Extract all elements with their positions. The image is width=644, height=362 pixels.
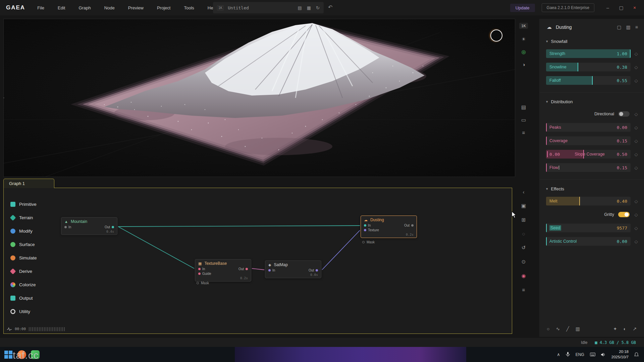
slope-coverage-range-slider[interactable]: 0.00 Slope Coverage 0.50: [546, 150, 631, 159]
port-texture[interactable]: Texture: [364, 228, 379, 232]
menu-edit[interactable]: Edit: [58, 5, 65, 10]
graph-menu-icon[interactable]: ≡: [522, 287, 525, 293]
port-diamond-icon[interactable]: ◇: [634, 65, 639, 70]
titlebar: GAEA File Edit Graph Node Preview Projec…: [0, 0, 644, 15]
save-as-icon[interactable]: ▦: [307, 5, 311, 10]
chevron-down-icon[interactable]: ▾: [546, 39, 548, 44]
keyboard-icon[interactable]: [590, 353, 595, 356]
port-diamond-icon[interactable]: ◇: [634, 165, 639, 170]
duplicate-icon[interactable]: ▣: [521, 203, 526, 209]
microphone-icon[interactable]: [566, 352, 570, 357]
start-button[interactable]: [4, 350, 13, 359]
exposure-icon[interactable]: ☀: [521, 36, 526, 42]
port-guide[interactable]: Guide: [198, 272, 211, 276]
port-diamond-icon[interactable]: ◇: [634, 239, 639, 244]
refresh-icon[interactable]: ↺: [522, 245, 526, 251]
port-diamond-icon[interactable]: ◇: [634, 125, 639, 130]
minimize-button[interactable]: –: [601, 5, 614, 10]
port-out[interactable]: Out: [238, 267, 248, 271]
dusting-node-icon: ☁: [547, 24, 552, 30]
terrain-viewport[interactable]: [3, 19, 515, 177]
port-out[interactable]: Out: [309, 268, 318, 273]
sliders-icon[interactable]: ▥: [576, 326, 580, 331]
measure-icon[interactable]: ▭: [521, 117, 526, 123]
gritty-toggle[interactable]: [618, 212, 630, 217]
pin-panel-icon[interactable]: ▢: [617, 24, 621, 30]
menu-node[interactable]: Node: [104, 5, 115, 10]
graph-timeline[interactable]: 00:00: [7, 327, 66, 331]
dusting-mask-port[interactable]: Mask: [362, 240, 375, 244]
node-mountain[interactable]: ▲ Mountain In Out 0.4s: [61, 217, 117, 235]
menu-graph[interactable]: Graph: [78, 5, 91, 10]
seed-field[interactable]: Seed 9577: [546, 224, 631, 232]
viewport-resolution-badge[interactable]: 1K: [519, 23, 528, 29]
graph-tab[interactable]: Graph 1: [3, 179, 54, 188]
expand-icon[interactable]: ↗: [633, 326, 637, 331]
texturebase-mask-port[interactable]: Mask: [197, 281, 209, 285]
save-icon[interactable]: ▤: [298, 5, 302, 10]
port-diamond-icon[interactable]: ◇: [634, 51, 639, 56]
port-diamond-icon[interactable]: ◇: [634, 138, 639, 143]
document-tab[interactable]: 1K Untitled ▤ ▦ ↻: [213, 2, 324, 13]
port-diamond-icon[interactable]: ◇: [634, 226, 639, 231]
range-start-handle[interactable]: [547, 151, 548, 157]
port-diamond-icon[interactable]: ◇: [634, 199, 639, 204]
render-mode-icon[interactable]: ◎: [521, 49, 526, 55]
chevron-down-icon[interactable]: ▾: [546, 100, 548, 104]
layers-icon[interactable]: ▤: [521, 104, 526, 110]
viewport-menu-icon[interactable]: ≡: [522, 130, 525, 135]
peaks-slider[interactable]: Peaks 0.00: [546, 123, 631, 132]
falloff-slider[interactable]: Falloff 0.55: [546, 76, 631, 85]
port-diamond-icon[interactable]: ◇: [634, 112, 639, 117]
port-in[interactable]: In: [64, 225, 71, 229]
menu-project[interactable]: Project: [157, 5, 170, 10]
menu-preview[interactable]: Preview: [128, 5, 144, 10]
droplet-icon[interactable]: ◌: [522, 231, 525, 237]
taskbar-gradient: [235, 347, 466, 362]
directional-toggle[interactable]: [618, 111, 630, 117]
update-button[interactable]: Update: [510, 4, 535, 12]
port-diamond-icon[interactable]: ◇: [634, 152, 639, 157]
history-icon[interactable]: ↻: [316, 5, 320, 10]
export-icon[interactable]: ⊙: [522, 259, 526, 265]
port-in[interactable]: In: [198, 267, 211, 271]
audio-icon[interactable]: ◉: [521, 273, 526, 279]
port-diamond-icon[interactable]: ◇: [634, 212, 639, 217]
auto-layout-icon[interactable]: ⊞: [522, 217, 526, 223]
artistic-control-slider[interactable]: Artistic Control 0.00: [546, 237, 631, 246]
maximize-button[interactable]: ▢: [614, 5, 628, 10]
notification-bell-icon[interactable]: [634, 352, 639, 357]
coverage-slider[interactable]: Coverage 0.15: [546, 136, 631, 145]
node-graph-panel[interactable]: Primitive Terrain Modify Surface Simulat…: [3, 188, 512, 334]
comment-icon[interactable]: ○: [547, 326, 549, 331]
pen-icon[interactable]: ╱: [566, 326, 569, 331]
snowline-slider[interactable]: Snowline 0.38: [546, 63, 631, 71]
close-button[interactable]: ×: [628, 5, 641, 10]
port-out[interactable]: Out: [404, 223, 414, 228]
port-in[interactable]: In: [268, 268, 275, 273]
port-diamond-icon[interactable]: ◇: [634, 78, 639, 83]
undo-icon[interactable]: ↶: [328, 4, 332, 10]
port-out[interactable]: Out: [105, 225, 114, 229]
node-satmap[interactable]: ◈ SatMap In Out 0.0s: [265, 260, 321, 278]
strength-slider[interactable]: Strength 1.00: [546, 49, 631, 58]
panel-menu-icon[interactable]: ≡: [635, 24, 638, 30]
speaker-icon[interactable]: [601, 353, 606, 357]
tray-chevron-icon[interactable]: ∧: [557, 352, 560, 357]
menu-file[interactable]: File: [37, 5, 44, 10]
flow-slider[interactable]: Flow 0.15: [546, 163, 631, 172]
layout-icon[interactable]: ▥: [626, 24, 631, 30]
node-dusting[interactable]: ☁ Dusting In Texture Out 0.2s: [361, 216, 417, 238]
wand-icon[interactable]: ✦: [613, 326, 617, 331]
node-texturebase[interactable]: ▦ TextureBase In Guide Out 0.2s: [195, 259, 251, 282]
shading-icon[interactable]: ◑: [522, 62, 525, 67]
collapse-panel-icon[interactable]: ‹: [523, 189, 525, 195]
menu-tools[interactable]: Tools: [184, 5, 194, 10]
chevron-down-icon[interactable]: ▾: [546, 187, 548, 191]
melt-slider[interactable]: Melt 0.40: [546, 197, 631, 205]
port-in[interactable]: In: [364, 223, 379, 228]
language-indicator[interactable]: ENG: [576, 352, 584, 357]
spline-icon[interactable]: ∿: [556, 326, 560, 331]
contrast-icon[interactable]: ◐: [624, 326, 626, 331]
clock[interactable]: 20:18 2025/10/7: [611, 349, 629, 360]
